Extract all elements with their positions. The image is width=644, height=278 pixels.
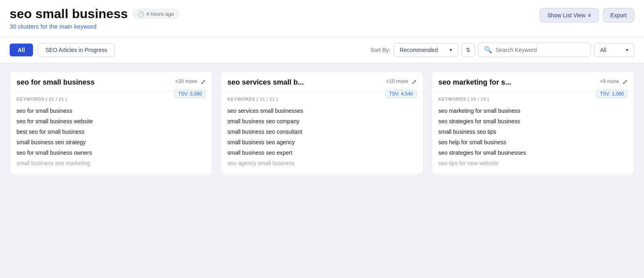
export-label: Export xyxy=(611,12,627,19)
card-title-row: seo for small business+20 more⤢ xyxy=(17,78,206,87)
top-bar: seo small business 🕐 4 hours ago 30 clus… xyxy=(0,0,644,37)
card-header: seo services small b...+10 more⤢TSV: 4,5… xyxy=(221,72,423,91)
top-bar-right: Show List View ≡ Export xyxy=(540,8,634,23)
card-more-count: +20 more xyxy=(175,78,197,84)
expand-icon[interactable]: ⤢ xyxy=(411,78,417,86)
card-header: seo marketing for s...+9 more⤢TSV: 1,060 xyxy=(432,72,634,91)
filter-bar: All SEO Articles in Progress Sort By: Re… xyxy=(0,37,644,63)
keyword-item: best seo for small business xyxy=(17,127,206,137)
keyword-item: seo tips for new website xyxy=(438,158,627,168)
keyword-item: seo services small businesses xyxy=(227,106,417,116)
list-view-button[interactable]: Show List View ≡ xyxy=(540,8,599,23)
list-view-icon: ≡ xyxy=(588,12,591,19)
filter-value: All xyxy=(600,47,607,53)
keyword-item: small business seo company xyxy=(227,116,417,127)
tsv-badge: TSV: 5,560 xyxy=(174,90,206,98)
keyword-item: small business seo marketing xyxy=(17,158,206,168)
keyword-item: seo for small business website xyxy=(17,116,206,127)
keyword-item: small business seo agency xyxy=(227,137,417,147)
tab-all[interactable]: All xyxy=(10,44,33,56)
sort-dropdown[interactable]: Recommended ▾ xyxy=(394,43,458,57)
tsv-badge: TSV: 1,060 xyxy=(596,90,627,98)
sort-order-icon: ⇅ xyxy=(466,47,471,53)
keyword-item: seo strategies for small businesses xyxy=(438,147,627,158)
card-title-row: seo services small b...+10 more⤢ xyxy=(227,78,417,87)
main-keyword-row: seo small business 🕐 4 hours ago xyxy=(10,6,179,21)
list-view-label: Show List View xyxy=(547,12,586,19)
card-title: seo marketing for s... xyxy=(438,78,597,87)
main-keyword-title: seo small business xyxy=(10,6,128,21)
keyword-item: small business seo consultant xyxy=(227,127,417,137)
keyword-item: seo for small business owners xyxy=(17,147,206,158)
time-ago-text: 4 hours ago xyxy=(146,11,174,17)
keyword-item: small business seo strategy xyxy=(17,137,206,147)
card-body: KEYWORDS ( 21 / 21 )seo for small busine… xyxy=(10,91,212,174)
keyword-item: seo for small business xyxy=(17,106,206,116)
keyword-item: seo strategies for small business xyxy=(438,116,627,127)
card-title: seo for small business xyxy=(17,78,172,87)
time-badge: 🕐 4 hours ago xyxy=(132,9,179,19)
tab-all-label: All xyxy=(18,47,25,53)
tab-seo-articles-in-progress[interactable]: SEO Articles in Progress xyxy=(38,43,115,57)
keyword-cluster-card: seo marketing for s...+9 more⤢TSV: 1,060… xyxy=(431,71,634,174)
sort-value: Recommended xyxy=(400,47,438,53)
tab-progress-label: SEO Articles in Progress xyxy=(45,47,107,53)
keyword-item: seo help for small business xyxy=(438,137,627,147)
export-button[interactable]: Export xyxy=(603,8,634,23)
expand-icon[interactable]: ⤢ xyxy=(622,78,627,86)
keyword-item: seo marketing for small business xyxy=(438,106,627,116)
chevron-down-icon: ▾ xyxy=(450,47,452,53)
keyword-item: seo agency small business xyxy=(227,158,417,168)
card-body: KEYWORDS ( 11 / 11 )seo services small b… xyxy=(221,91,423,174)
tsv-badge: TSV: 4,540 xyxy=(385,90,417,98)
keyword-item: small business seo expert xyxy=(227,147,417,158)
sort-order-button[interactable]: ⇅ xyxy=(461,43,475,57)
keyword-cluster-card: seo for small business+20 more⤢TSV: 5,56… xyxy=(10,71,213,174)
expand-icon[interactable]: ⤢ xyxy=(200,78,206,86)
search-icon: 🔍 xyxy=(484,46,492,54)
clock-icon: 🕐 xyxy=(138,11,144,17)
keyword-cluster-card: seo services small b...+10 more⤢TSV: 4,5… xyxy=(221,71,423,174)
search-keyword-input[interactable] xyxy=(495,47,585,53)
card-title-row: seo marketing for s...+9 more⤢ xyxy=(438,78,627,87)
card-title: seo services small b... xyxy=(227,78,383,87)
top-bar-left: seo small business 🕐 4 hours ago 30 clus… xyxy=(10,6,179,30)
card-more-count: +9 more xyxy=(600,78,619,84)
cards-container: seo for small business+20 more⤢TSV: 5,56… xyxy=(0,63,644,183)
sort-by-label: Sort By: xyxy=(370,47,390,53)
card-header: seo for small business+20 more⤢TSV: 5,56… xyxy=(10,72,212,91)
card-body: KEYWORDS ( 10 / 10 )seo marketing for sm… xyxy=(432,91,634,174)
chevron-down-icon: ▾ xyxy=(626,47,628,53)
keyword-item: small business seo tips xyxy=(438,127,627,137)
clusters-subtitle: 30 clusters for the main keyword xyxy=(10,23,179,30)
card-more-count: +10 more xyxy=(386,78,408,84)
filter-all-dropdown[interactable]: All ▾ xyxy=(594,43,634,57)
sort-by-group: Sort By: Recommended ▾ ⇅ 🔍 All ▾ xyxy=(370,42,634,57)
search-keyword-box[interactable]: 🔍 xyxy=(478,42,591,57)
